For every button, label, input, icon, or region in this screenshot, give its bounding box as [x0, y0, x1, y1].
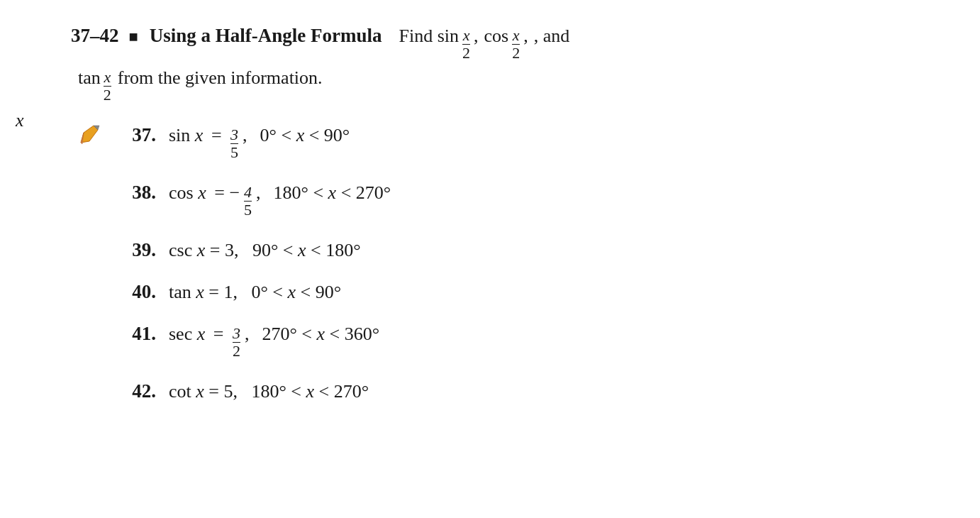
p41-frac-numer: 3	[233, 326, 240, 342]
p37-frac-numer: 3	[230, 127, 238, 143]
problem-39-number: 39.	[113, 239, 156, 261]
pencil-icon	[78, 123, 104, 145]
cos-frac-numer: x	[513, 28, 520, 44]
p40-content: tan x = 1, 0° < x < 90°	[169, 282, 341, 303]
sin-frac-denom: 2	[462, 44, 470, 61]
problem-40-content: tan x = 1, 0° < x < 90°	[169, 282, 341, 303]
section-icon: ■	[129, 25, 138, 48]
tan-frac-numer: x	[104, 70, 111, 86]
page-container: x 37–42 ■ Using a Half-Angle Formula Fin…	[0, 0, 980, 518]
p38-func: cos x	[169, 182, 206, 204]
p37-range: 0° < x < 90°	[251, 125, 350, 146]
p37-frac: 3 5	[230, 127, 238, 160]
p37-frac-denom: 5	[230, 143, 238, 160]
p38-comma: ,	[256, 182, 261, 204]
p41-frac: 3 2	[233, 326, 240, 359]
problem-38-number: 38.	[113, 182, 156, 204]
tan-label: tan	[78, 64, 101, 92]
tan-frac-denom: 2	[104, 86, 111, 103]
p41-func: sec x	[169, 324, 205, 345]
problem-42-number: 42.	[113, 380, 156, 402]
p41-frac-denom: 2	[233, 342, 240, 359]
problem-37-content: sin x = 3 5 , 0° < x < 90°	[169, 125, 350, 162]
p39-content: csc x = 3, 90° < x < 180°	[169, 240, 361, 261]
problem-37: 37. sin x = 3 5 , 0° < x < 90°	[113, 124, 923, 162]
problems-list: 37. sin x = 3 5 , 0° < x < 90° 38. cos x…	[71, 124, 923, 402]
header-find-text: Find sin x 2 , cos x 2 , , and	[399, 22, 570, 62]
tan-x-over-2: x 2	[104, 70, 111, 103]
problem-38-content: cos x = − 4 5 , 180° < x < 270°	[169, 182, 391, 219]
cos-label: cos	[484, 22, 509, 50]
problem-39: 39. csc x = 3, 90° < x < 180°	[113, 239, 923, 261]
cos-x-over-2: x 2	[512, 28, 520, 61]
problem-40-number: 40.	[113, 281, 156, 303]
problem-41-number: 41.	[113, 323, 156, 345]
problem-40: 40. tan x = 1, 0° < x < 90°	[113, 281, 923, 303]
p41-comma: ,	[245, 324, 250, 345]
problem-37-number: 37.	[113, 124, 156, 146]
problem-41-content: sec x = 3 2 , 270° < x < 360°	[169, 324, 379, 360]
section-intro-line2: tan x 2 from the given information.	[71, 64, 323, 104]
p38-frac-numer: 4	[244, 184, 252, 201]
sin-frac-numer: x	[463, 28, 470, 44]
sin-x-over-2: x 2	[462, 28, 470, 61]
p38-frac: 4 5	[244, 184, 252, 218]
section-title: Using a Half-Angle Formula	[150, 21, 382, 50]
problem-41: 41. sec x = 3 2 , 270° < x < 360°	[113, 323, 923, 360]
p41-eq: =	[208, 324, 228, 345]
comma-after-cos: ,	[523, 22, 528, 50]
p38-frac-denom: 5	[244, 201, 252, 218]
margin-x-label: x	[16, 110, 24, 131]
section-header: 37–42 ■ Using a Half-Angle Formula Find …	[71, 21, 923, 104]
p38-range: 180° < x < 270°	[265, 182, 391, 204]
comma-after-sin: ,	[474, 22, 479, 50]
and-label: , and	[534, 22, 570, 50]
find-label: Find sin	[399, 22, 460, 50]
cos-frac-denom: 2	[512, 44, 520, 61]
problem-39-content: csc x = 3, 90° < x < 180°	[169, 240, 361, 261]
p37-comma: ,	[243, 125, 247, 146]
p37-eq: =	[206, 125, 226, 146]
p38-eq: = −	[210, 182, 240, 204]
from-label: from the given information.	[118, 64, 323, 92]
problem-38: 38. cos x = − 4 5 , 180° < x < 270°	[113, 182, 923, 219]
section-range: 37–42	[71, 21, 119, 50]
p42-content: cot x = 5, 180° < x < 270°	[169, 381, 369, 402]
problem-42: 42. cot x = 5, 180° < x < 270°	[113, 380, 923, 402]
problem-42-content: cot x = 5, 180° < x < 270°	[169, 381, 369, 402]
p41-range: 270° < x < 360°	[252, 324, 379, 345]
p37-func: sin x	[169, 125, 203, 146]
